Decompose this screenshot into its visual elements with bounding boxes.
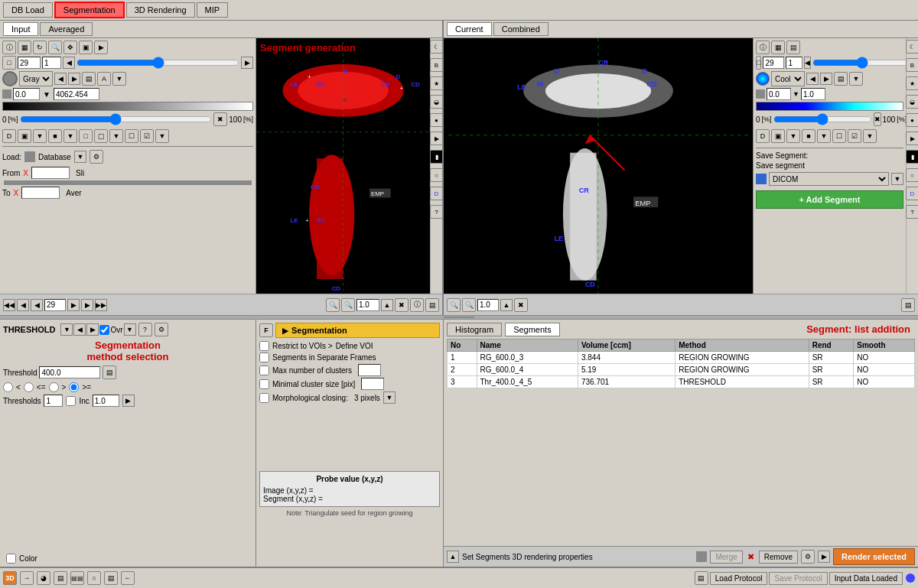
slice-input-left[interactable]: 29 [18, 57, 41, 69]
zoom-btn-left[interactable]: 🔍 [48, 41, 62, 54]
vctrl-zoom-icon2[interactable]: 🔍 [341, 298, 355, 312]
rctrl-zoom[interactable]: 1.0 [477, 299, 499, 311]
rsb-dot2[interactable]: ○ [906, 168, 919, 182]
sb-moon[interactable]: ☾ [430, 40, 443, 54]
lut-play-left[interactable]: ▶ [68, 73, 80, 85]
table-row[interactable]: 2 RG_600.0_4 5.19 REGION GROWING SR NO [448, 364, 915, 376]
vctrl-first[interactable]: ◀◀ [3, 299, 15, 311]
prev-slice-right[interactable]: ◀ [804, 57, 811, 69]
vctrl-zoom-icon[interactable]: 🔍 [326, 298, 340, 312]
rsb-black[interactable]: ▮ [906, 150, 919, 164]
pct-slider-left[interactable] [20, 115, 213, 123]
rsb-star[interactable]: ★ [906, 76, 919, 90]
tool8-left[interactable]: ▼ [109, 129, 123, 143]
rtool4[interactable]: ■ [802, 129, 815, 143]
vctrl-next2[interactable]: ▶ [81, 299, 93, 311]
add-segment-btn[interactable]: + Add Segment [756, 190, 903, 209]
tool6-left[interactable]: □ [79, 129, 93, 143]
vctrl-up[interactable]: ▲ [381, 299, 393, 311]
pan-btn-left[interactable]: ✥ [63, 41, 77, 54]
save-protocol-btn[interactable]: Save Protocol [769, 572, 827, 585]
tab-combined[interactable]: Combined [493, 22, 549, 36]
tool1-left[interactable]: D [2, 129, 16, 143]
thresh-prev[interactable]: ◀ [73, 323, 86, 336]
grid-btn-right[interactable]: ▦ [771, 41, 785, 54]
input-data-btn[interactable]: Input Data Loaded [829, 572, 903, 585]
rsb-b[interactable]: B [906, 58, 919, 72]
rsb-q[interactable]: ? [906, 205, 919, 219]
render-play-icon[interactable]: ▶ [818, 551, 830, 563]
thresh-icon[interactable]: ▤ [103, 365, 116, 379]
thresh-settings[interactable]: ⚙ [155, 323, 168, 336]
lut-next-right[interactable]: ▶ [820, 73, 832, 85]
from-slider[interactable] [4, 180, 252, 185]
cursor-btn-left[interactable]: ▶ [94, 41, 108, 54]
max-val-left[interactable]: 4062.454 [54, 88, 99, 100]
lut-opts-right[interactable]: ▤ [834, 72, 848, 86]
lut-select-right[interactable]: Cool Gray Hot [771, 71, 805, 86]
sb-blue[interactable]: D [430, 187, 443, 200]
thresh-value-input[interactable]: 400.0 [39, 366, 100, 378]
rctrl-up[interactable]: ▲ [500, 299, 513, 311]
thresh-dropdown[interactable]: ▼ [60, 323, 73, 336]
vctrl-zoom[interactable]: 1.0 [356, 299, 379, 311]
tab-db-load[interactable]: DB Load [3, 2, 53, 18]
sb-arrow1[interactable]: ▶ [430, 132, 443, 145]
tool2-left[interactable]: ▣ [18, 129, 31, 143]
rtool2[interactable]: ▣ [771, 129, 785, 143]
frame-input-right[interactable]: 1 [786, 57, 802, 69]
rctrl-x[interactable]: ✖ [514, 298, 528, 312]
opts-btn-right[interactable]: ▤ [786, 41, 800, 54]
inc-checkbox[interactable] [66, 396, 76, 406]
format-select[interactable]: DICOM NIFTI [769, 172, 889, 186]
radio-gte-radio[interactable] [69, 382, 79, 392]
rsb-moon[interactable]: ☾ [906, 40, 919, 54]
thresholds-count[interactable]: 1 [44, 395, 63, 407]
pct-reset-left[interactable]: ✖ [213, 112, 227, 126]
to-input[interactable] [21, 187, 60, 199]
info-btn-right[interactable]: ⓘ [756, 41, 770, 54]
prev-slice-left[interactable]: ◀ [63, 57, 75, 69]
table-row[interactable]: 3 Thr_400.0_4_5 736.701 THRESHOLD SR NO [448, 376, 915, 388]
set-3d-toggle[interactable]: ▲ [447, 551, 459, 563]
sb-star[interactable]: ★ [430, 76, 443, 90]
sb-black[interactable]: ▮ [430, 150, 443, 164]
tool11-left[interactable]: ▼ [155, 129, 169, 143]
seg-settings-icon[interactable]: ⚙ [801, 550, 815, 564]
info-btn-left[interactable]: ⓘ [2, 41, 16, 54]
bt5[interactable]: ○ [87, 571, 101, 585]
rtool5[interactable]: ▼ [817, 129, 831, 143]
max-clusters-cb[interactable] [259, 365, 269, 375]
vctrl-x[interactable]: ✖ [395, 298, 409, 312]
rotate-btn-left[interactable]: ↻ [33, 41, 47, 54]
min-val-left[interactable]: 0.0 [13, 88, 40, 100]
morph-cb[interactable] [259, 393, 269, 403]
vctrl-nav[interactable]: ▤ [425, 298, 439, 312]
inc-value[interactable]: 1.0 [93, 395, 119, 407]
tool7-left[interactable]: ▢ [94, 129, 108, 143]
tab-histogram[interactable]: Histogram [447, 323, 502, 336]
rsb-blue[interactable]: D [906, 187, 919, 200]
format-dropdown[interactable]: ▼ [891, 173, 903, 185]
rctrl-nav[interactable]: ▤ [901, 298, 915, 312]
vctrl-last[interactable]: ▶▶ [95, 299, 107, 311]
segmentation-run-btn[interactable]: ▶ Segmentation [275, 323, 440, 338]
thresh-ovr-cb[interactable] [99, 325, 109, 335]
rtool1[interactable]: D [756, 129, 770, 143]
min-cluster-cb[interactable] [259, 379, 269, 389]
lut-auto-left[interactable]: A [97, 72, 111, 86]
db-settings[interactable]: ⚙ [90, 150, 103, 164]
render-selected-btn[interactable]: Render selected [833, 548, 915, 565]
lut-prev-right[interactable]: ◀ [806, 73, 819, 85]
next-slice-left[interactable]: ▶ [241, 57, 253, 69]
sb-dot1[interactable]: ● [430, 113, 443, 127]
measure-btn-left[interactable]: ▣ [79, 41, 93, 54]
remove-btn[interactable]: Remove [759, 551, 798, 564]
slice-slider-right[interactable] [812, 59, 906, 67]
grid-btn-left[interactable]: ▦ [18, 41, 31, 54]
table-row[interactable]: 1 RG_600.0_3 3.844 REGION GROWING SR NO [448, 352, 915, 364]
rctrl-zoom-icon2[interactable]: 🔍 [462, 298, 476, 312]
vctrl-prev[interactable]: ◀ [17, 299, 29, 311]
max-clusters-input[interactable] [358, 364, 381, 376]
tab-current[interactable]: Current [447, 22, 492, 36]
